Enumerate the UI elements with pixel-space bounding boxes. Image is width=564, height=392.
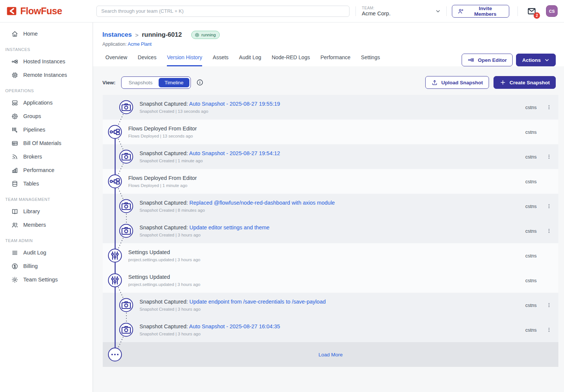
timeline-row-title: Snapshot Captured: Auto Snapshot - 2025-… — [140, 323, 280, 329]
page-header: Instances > running-6012 running Applica… — [93, 22, 564, 66]
sidebar-item-label: Pipelines — [23, 127, 45, 133]
breadcrumb-instances-link[interactable]: Instances — [102, 31, 132, 39]
snapshot-link[interactable]: Auto Snapshot - 2025-08-27 19:55:19 — [189, 101, 280, 107]
sidebar-item-bill-of-materials[interactable]: Bill Of Materials — [0, 136, 93, 150]
sidebar-item-home[interactable]: Home — [0, 27, 93, 40]
kebab-menu-icon[interactable] — [546, 326, 552, 334]
team-selector[interactable]: TEAM: Acme Corp. — [362, 6, 446, 16]
open-editor-label: Open Editor — [478, 57, 507, 63]
application-label: Application: — [102, 42, 127, 47]
snapshot-title-prefix: Snapshot Captured: — [140, 200, 189, 206]
sidebar-item-label: Hosted Instances — [23, 58, 65, 64]
kebab-menu-icon[interactable] — [546, 227, 552, 235]
team-label: TEAM: — [362, 6, 391, 10]
invite-members-button[interactable]: Invite Members — [452, 5, 509, 18]
tab-devices[interactable]: Devices — [138, 54, 156, 66]
toggle-snapshots[interactable]: Snapshots — [123, 78, 159, 87]
actions-button[interactable]: Actions — [516, 54, 556, 66]
info-icon[interactable] — [196, 79, 204, 86]
camera-icon — [119, 199, 133, 213]
sidebar-item-label: Groups — [23, 113, 41, 119]
tab-overview[interactable]: Overview — [105, 54, 127, 66]
timeline-row-meta: Snapshot Created | 1 minute ago — [140, 159, 280, 163]
sidebar-item-brokers[interactable]: Brokers — [0, 150, 93, 163]
sidebar-section-label: TEAM ADMIN — [5, 238, 93, 243]
sidebar-item-label: Billing — [23, 263, 38, 269]
sidebar-item-label: Applications — [23, 100, 52, 106]
sidebar-item-label: Library — [23, 208, 40, 214]
instances-icon — [11, 58, 18, 65]
row-user: cstns — [525, 228, 537, 234]
row-user: cstns — [525, 278, 537, 283]
open-editor-button[interactable]: Open Editor — [462, 54, 513, 66]
avatar[interactable]: CS — [546, 5, 558, 17]
snapshot-link[interactable]: Auto Snapshot - 2025-08-27 19:54:12 — [189, 150, 280, 156]
view-toggle: Snapshots Timeline — [121, 76, 191, 89]
tab-node-red-logs[interactable]: Node-RED Logs — [272, 54, 310, 66]
timeline-row-title: Snapshot Captured: Update editor setting… — [140, 224, 270, 230]
timeline-row: Snapshot Captured: Auto Snapshot - 2025-… — [103, 317, 558, 342]
sidebar-item-members[interactable]: Members — [0, 218, 93, 232]
sidebar-item-performance[interactable]: Performance — [0, 163, 93, 177]
sidebar-item-label: Performance — [23, 167, 54, 173]
sidebar-item-hosted-instances[interactable]: Hosted Instances — [0, 55, 93, 68]
snapshot-title-prefix: Snapshot Captured: — [140, 299, 189, 305]
search-input[interactable] — [96, 6, 350, 17]
snapshot-link[interactable]: Update editor settings and theme — [189, 224, 270, 230]
broadcast-icon — [11, 153, 18, 160]
tab-audit-log[interactable]: Audit Log — [239, 54, 261, 66]
create-snapshot-button[interactable]: Create Snapshot — [494, 76, 556, 89]
kebab-menu-icon[interactable] — [546, 103, 552, 111]
tab-performance[interactable]: Performance — [320, 54, 350, 66]
load-more-link[interactable]: Load More — [103, 352, 558, 358]
person-plus-icon — [458, 8, 464, 15]
timeline-row-meta: Snapshot Created | 13 seconds ago — [140, 109, 280, 114]
sidebar-item-audit-log[interactable]: Audit Log — [0, 246, 93, 259]
pipelines-icon — [11, 126, 18, 133]
sidebar-item-library[interactable]: Library — [0, 205, 93, 218]
timeline-row-title: Snapshot Captured: Auto Snapshot - 2025-… — [140, 150, 280, 156]
sidebar-item-pipelines[interactable]: Pipelines — [0, 123, 93, 136]
sidebar-item-billing[interactable]: Billing — [0, 259, 93, 273]
tab-version-history[interactable]: Version History — [167, 54, 202, 66]
timeline-row: Snapshot Captured: Update editor setting… — [103, 218, 558, 243]
timeline-row-title: Settings Updated — [128, 249, 200, 255]
timeline-row-title: Settings Updated — [128, 274, 200, 280]
invite-members-label: Invite Members — [467, 6, 504, 17]
sidebar-item-applications[interactable]: Applications — [0, 96, 93, 109]
sidebar-item-remote-instances[interactable]: Remote Instances — [0, 68, 93, 82]
snapshot-title-prefix: Snapshot Captured: — [140, 224, 189, 230]
node-editor-icon — [468, 57, 474, 63]
library-icon — [11, 208, 18, 215]
timeline-row-meta: Flows Deployed | 1 minute ago — [128, 183, 197, 188]
page-title: running-6012 — [142, 31, 182, 39]
instances-icon — [108, 175, 122, 189]
application-row: Application: Acme Plant — [102, 42, 556, 47]
toggle-timeline[interactable]: Timeline — [159, 78, 190, 87]
sidebar-section-label: OPERATIONS — [5, 88, 93, 93]
kebab-menu-icon[interactable] — [546, 202, 552, 210]
timeline-row: Settings Updatedproject.settings.updated… — [103, 268, 558, 293]
sidebar-item-tables[interactable]: Tables — [0, 177, 93, 190]
timeline-row-meta: Snapshot Created | 3 hours ago — [140, 332, 280, 336]
timeline-row: Flows Deployed From EditorFlows Deployed… — [103, 120, 558, 144]
snapshot-link[interactable]: Update endpoint from /save-credentials t… — [189, 299, 326, 305]
flowfuse-logo[interactable]: FlowFuse — [6, 6, 92, 16]
notifications-button[interactable]: 2 — [526, 6, 537, 16]
load-more-row: Load More — [103, 342, 558, 367]
snapshot-title-prefix: Snapshot Captured: — [140, 323, 189, 329]
sidebar-item-groups[interactable]: Groups — [0, 109, 93, 123]
main-content: Instances > running-6012 running Applica… — [93, 22, 564, 392]
tab-settings[interactable]: Settings — [361, 54, 380, 66]
kebab-menu-icon[interactable] — [546, 153, 552, 161]
application-link[interactable]: Acme Plant — [128, 42, 152, 47]
tab-assets[interactable]: Assets — [213, 54, 228, 66]
snapshot-link[interactable]: Replaced @flowfuse/node-red-dashboard wi… — [189, 200, 335, 206]
snapshot-link[interactable]: Auto Snapshot - 2025-08-27 16:04:35 — [189, 323, 280, 329]
timeline-row-title: Snapshot Captured: Replaced @flowfuse/no… — [140, 200, 335, 206]
kebab-menu-icon[interactable] — [546, 301, 552, 309]
sidebar-item-team-settings[interactable]: Team Settings — [0, 273, 93, 286]
chevron-down-icon — [544, 57, 550, 63]
upload-snapshot-button[interactable]: Upload Snapshot — [425, 76, 489, 89]
timeline-row: Snapshot Captured: Auto Snapshot - 2025-… — [103, 95, 558, 120]
